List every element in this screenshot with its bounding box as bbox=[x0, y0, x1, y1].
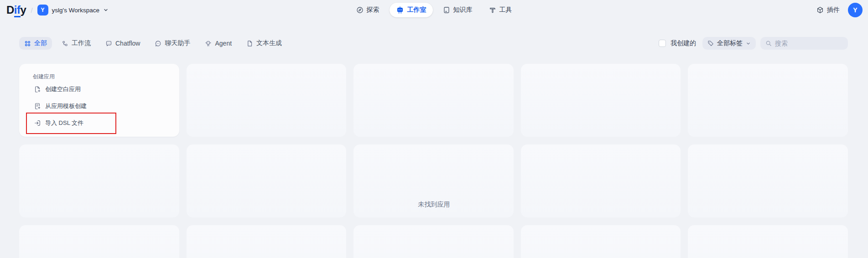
create-item-label: 导入 DSL 文件 bbox=[45, 119, 83, 127]
nav-label: 知识库 bbox=[453, 6, 473, 14]
tools-icon bbox=[489, 6, 496, 14]
create-app-card: 创建应用 创建空白应用 从应用模板创建 导入 DSL 文件 bbox=[19, 64, 179, 137]
filter-right-controls: 我创建的 全部标签 bbox=[659, 37, 848, 50]
chatflow-icon bbox=[105, 40, 112, 47]
robot-icon bbox=[396, 6, 404, 14]
app-card-placeholder bbox=[187, 225, 347, 258]
logo-y: y bbox=[21, 4, 26, 16]
breadcrumb-divider: / bbox=[31, 6, 32, 14]
top-header: Dify / Y yslg's Workspace 探索 工作室 知识库 bbox=[0, 0, 868, 20]
app-type-tabs: 全部 工作流 Chatflow 聊天助手 Agent bbox=[19, 37, 287, 50]
app-card-placeholder bbox=[353, 225, 514, 258]
document-icon bbox=[246, 40, 253, 47]
app-card-placeholder bbox=[353, 64, 514, 137]
chevron-down-icon bbox=[103, 7, 109, 13]
tab-label: 文本生成 bbox=[256, 39, 282, 47]
app-card-placeholder bbox=[521, 144, 681, 217]
brand-area: Dify / Y yslg's Workspace bbox=[6, 0, 109, 20]
plugins-button[interactable]: 插件 bbox=[816, 6, 840, 14]
app-card-placeholder bbox=[19, 225, 179, 258]
nav-item-tools[interactable]: 工具 bbox=[483, 3, 519, 17]
import-dsl-button[interactable]: 导入 DSL 文件 bbox=[34, 119, 83, 127]
header-right: 插件 Y bbox=[816, 0, 863, 20]
book-icon bbox=[443, 6, 450, 14]
nav-item-explore[interactable]: 探索 bbox=[350, 3, 386, 17]
tab-text-generation[interactable]: 文本生成 bbox=[241, 37, 287, 50]
user-avatar[interactable]: Y bbox=[848, 3, 863, 17]
package-icon bbox=[816, 6, 824, 14]
tab-chat-assistant[interactable]: 聊天助手 bbox=[150, 37, 195, 50]
workspace-name: yslg's Workspace bbox=[52, 7, 99, 14]
tag-filter-label: 全部标签 bbox=[717, 39, 743, 47]
chevron-down-icon bbox=[746, 41, 751, 46]
create-from-template-button[interactable]: 从应用模板创建 bbox=[34, 102, 87, 110]
logo-d: D bbox=[6, 4, 14, 16]
nav-label: 工作室 bbox=[407, 6, 426, 14]
tag-icon bbox=[707, 40, 714, 46]
tab-label: Agent bbox=[215, 40, 232, 47]
filter-bar: 全部 工作流 Chatflow 聊天助手 Agent bbox=[19, 37, 848, 50]
tab-agent[interactable]: Agent bbox=[200, 37, 237, 50]
grid-dots-icon bbox=[24, 40, 31, 47]
file-plus-icon bbox=[34, 86, 41, 93]
app-card-placeholder bbox=[688, 144, 848, 217]
empty-state-text: 未找到应用 bbox=[418, 201, 450, 209]
tab-all[interactable]: 全部 bbox=[19, 37, 52, 50]
workflow-icon bbox=[62, 40, 68, 47]
create-item-label: 创建空白应用 bbox=[45, 85, 81, 93]
workspace-switcher[interactable]: Y yslg's Workspace bbox=[37, 5, 109, 15]
nav-label: 工具 bbox=[499, 6, 512, 14]
create-item-label: 从应用模板创建 bbox=[45, 102, 87, 110]
created-by-me-checkbox[interactable] bbox=[659, 40, 666, 47]
compass-icon bbox=[356, 6, 364, 14]
main-nav: 探索 工作室 知识库 工具 bbox=[350, 3, 519, 17]
nav-item-studio[interactable]: 工作室 bbox=[390, 3, 433, 17]
agent-icon bbox=[205, 40, 212, 47]
tab-label: Chatflow bbox=[115, 40, 140, 47]
tab-label: 工作流 bbox=[72, 39, 91, 47]
search-box bbox=[760, 37, 848, 50]
created-by-me-label: 我创建的 bbox=[670, 39, 696, 47]
tab-label: 聊天助手 bbox=[165, 39, 190, 47]
app-card-placeholder bbox=[187, 144, 347, 217]
app-grid: 创建应用 创建空白应用 从应用模板创建 导入 DSL 文件 bbox=[19, 64, 848, 258]
logo-if: if bbox=[14, 4, 21, 17]
tag-filter-dropdown[interactable]: 全部标签 bbox=[702, 37, 756, 50]
tab-workflow[interactable]: 工作流 bbox=[57, 37, 96, 50]
app-card-placeholder bbox=[688, 64, 848, 137]
app-card-placeholder bbox=[521, 225, 681, 258]
nav-item-knowledge[interactable]: 知识库 bbox=[437, 3, 479, 17]
search-input[interactable] bbox=[775, 40, 843, 47]
plugins-label: 插件 bbox=[827, 6, 840, 14]
create-app-title: 创建应用 bbox=[33, 73, 55, 81]
workspace-avatar: Y bbox=[37, 5, 48, 15]
app-card-placeholder bbox=[521, 64, 681, 137]
tab-label: 全部 bbox=[34, 39, 47, 47]
app-card-placeholder bbox=[688, 225, 848, 258]
tab-chatflow[interactable]: Chatflow bbox=[100, 37, 145, 50]
import-icon bbox=[34, 119, 41, 127]
app-card-placeholder bbox=[187, 64, 347, 137]
dify-logo[interactable]: Dify bbox=[6, 5, 26, 15]
template-plus-icon bbox=[34, 103, 41, 110]
chat-bubble-icon bbox=[155, 40, 161, 47]
nav-label: 探索 bbox=[367, 6, 379, 14]
app-card-placeholder bbox=[19, 144, 179, 217]
search-icon bbox=[765, 40, 772, 46]
create-blank-app-button[interactable]: 创建空白应用 bbox=[34, 85, 81, 93]
